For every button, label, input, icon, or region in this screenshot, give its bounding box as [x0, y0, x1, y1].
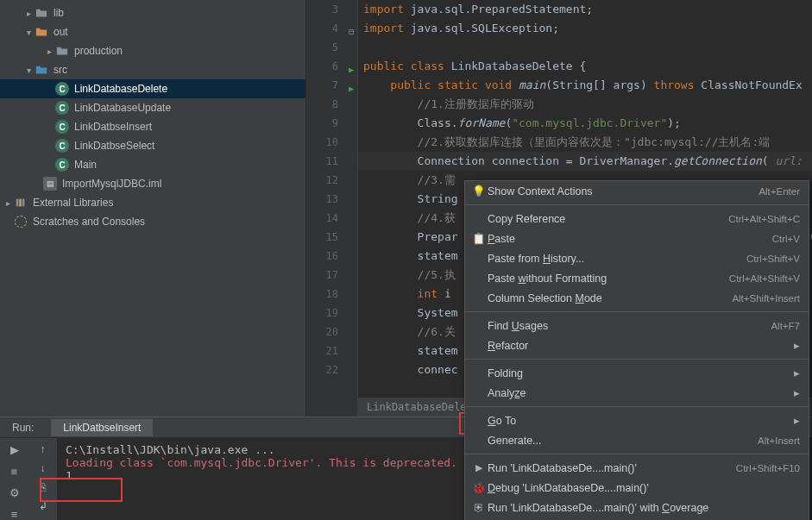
menu-column-selection[interactable]: Column Selection ModeAlt+Shift+Insert — [465, 288, 809, 308]
tree-production[interactable]: ▸ production — [0, 41, 305, 60]
menu-paste-history[interactable]: Paste from History...Ctrl+Shift+V — [465, 248, 809, 268]
code-line: //2.获取数据库连接（里面内容依次是："jdbc:mysql://主机名:端 — [358, 133, 812, 152]
code-line: public static void main(String[] args) t… — [358, 76, 812, 95]
run-play-icon[interactable]: ▶ — [10, 443, 19, 456]
debug-icon: 🐞 — [470, 481, 488, 494]
library-icon — [14, 196, 28, 210]
tree-label: LinkDatbseInsert — [74, 121, 152, 133]
scratch-icon — [14, 215, 28, 229]
class-icon: C — [55, 158, 69, 172]
menu-debug[interactable]: 🐞Debug 'LinkDatabaseDe....main()' — [465, 478, 809, 498]
tree-class-delete[interactable]: C LinkDatabaseDelete — [0, 79, 305, 98]
menu-folding[interactable]: Folding▸ — [465, 363, 809, 383]
filter-icon[interactable]: ⎘ — [40, 481, 46, 493]
tree-label: ImportMysqlJDBC.iml — [62, 178, 161, 190]
menu-paste[interactable]: 📋PasteCtrl+V — [465, 229, 809, 248]
tree-label: lib — [54, 7, 64, 19]
context-menu: 💡Show Context ActionsAlt+Enter Copy Refe… — [464, 180, 809, 520]
tree-src[interactable]: ▾ src — [0, 60, 305, 79]
menu-show-context-actions[interactable]: 💡Show Context ActionsAlt+Enter — [465, 181, 809, 201]
tree-label: LinkDatabaseDelete — [74, 83, 167, 95]
menu-run[interactable]: ▶Run 'LinkDatabaseDe....main()'Ctrl+Shif… — [465, 458, 809, 478]
code-line: import java.sql.SQLException; — [358, 19, 812, 38]
tree-class-main[interactable]: C Main — [0, 155, 305, 174]
tree-label: production — [74, 45, 123, 57]
down-icon[interactable]: ↓ — [41, 462, 46, 474]
run-vertical-toolbar: ▶ ■ ⚙ ≡ — [0, 438, 28, 520]
tree-external-libs[interactable]: ▸ External Libraries — [0, 193, 305, 212]
tree-label: out — [54, 26, 68, 38]
menu-refactor[interactable]: Refactor▸ — [465, 335, 809, 355]
tree-label: Scratches and Consoles — [33, 216, 145, 228]
code-line: Class.forName("com.mysql.jdbc.Driver"); — [358, 114, 812, 133]
arrow-down-icon: ▾ — [22, 66, 35, 75]
tree-iml[interactable]: ▤ ImportMysqlJDBC.iml — [0, 174, 305, 193]
run-stop-icon[interactable]: ■ — [11, 465, 18, 478]
arrow-right-icon: ▸ — [2, 198, 14, 208]
tree-class-insert[interactable]: C LinkDatbseInsert — [0, 117, 305, 136]
tree-scratches[interactable]: Scratches and Consoles — [0, 212, 305, 231]
tree-label: LinkDatbseSelect — [74, 140, 154, 152]
tree-class-update[interactable]: C LinkDatabaseUpdate — [0, 98, 305, 117]
tree-out[interactable]: ▾ out — [0, 22, 305, 41]
gutter: 34⊟56▶7▶8910111213141516171819202122 — [306, 0, 358, 417]
svg-rect-0 — [16, 199, 19, 207]
run-layout-icon[interactable]: ≡ — [11, 508, 18, 520]
file-icon: ▤ — [43, 177, 57, 191]
arrow-right-icon: ▸ — [22, 9, 35, 18]
menu-run-coverage[interactable]: ⛨Run 'LinkDatabaseDe....main()' with Cov… — [465, 498, 809, 517]
folder-icon — [35, 25, 48, 39]
menu-generate[interactable]: Generate...Alt+Insert — [465, 430, 809, 450]
console-warning: Loading class `com.mysql.jdbc.Driver'. T… — [66, 456, 457, 469]
code-line: Connection connection = DriverManager.ge… — [358, 152, 812, 171]
menu-goto[interactable]: Go To▸ — [465, 410, 809, 430]
tree-class-select[interactable]: C LinkDatbseSelect — [0, 136, 305, 155]
folder-icon — [35, 63, 48, 77]
folder-icon — [55, 44, 69, 58]
svg-rect-1 — [19, 199, 22, 207]
code-line: import java.sql.PreparedStatement; — [358, 0, 812, 19]
code-line: public class LinkDatabaseDelete { — [358, 57, 812, 76]
code-line — [358, 38, 812, 57]
run-console-toolbar: ↑ ↓ ⎘ ↲ — [28, 438, 57, 520]
arrow-down-icon: ▾ — [22, 28, 35, 37]
class-icon: C — [55, 120, 69, 134]
class-icon: C — [55, 139, 69, 153]
run-label: Run: — [0, 422, 46, 434]
menu-copy-reference[interactable]: Copy ReferenceCtrl+Alt+Shift+C — [465, 209, 809, 229]
up-icon[interactable]: ↑ — [41, 443, 46, 455]
wrap-icon[interactable]: ↲ — [39, 500, 47, 512]
menu-analyze[interactable]: Analyze▸ — [465, 383, 809, 403]
tree-label: LinkDatabaseUpdate — [74, 102, 171, 114]
bulb-icon: 💡 — [470, 185, 488, 197]
tree-label: Main — [74, 159, 97, 171]
class-icon: C — [55, 82, 69, 96]
run-tab[interactable]: LinkDatbseInsert — [51, 419, 153, 436]
svg-rect-2 — [22, 199, 25, 207]
tree-lib[interactable]: ▸ lib — [0, 3, 305, 22]
arrow-right-icon: ▸ — [43, 47, 55, 56]
run-icon: ▶ — [470, 462, 488, 473]
run-settings-icon[interactable]: ⚙ — [9, 486, 20, 499]
menu-paste-no-formatting[interactable]: Paste without FormattingCtrl+Alt+Shift+V — [465, 268, 809, 288]
folder-icon — [35, 6, 48, 20]
tree-label: External Libraries — [33, 197, 113, 209]
clipboard-icon: 📋 — [470, 232, 488, 245]
coverage-icon: ⛨ — [470, 502, 488, 514]
code-line: //1.注册数据库的驱动 — [358, 95, 812, 114]
project-tree: ▸ lib ▾ out ▸ production ▾ src C LinkDat… — [0, 0, 306, 417]
menu-find-usages[interactable]: Find UsagesAlt+F7 — [465, 316, 809, 335]
tree-label: src — [54, 64, 67, 76]
class-icon: C — [55, 101, 69, 115]
